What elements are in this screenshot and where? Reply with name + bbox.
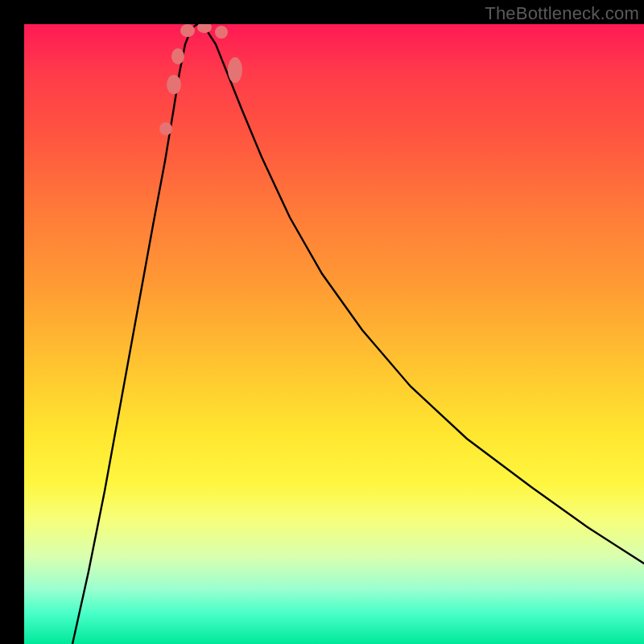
chart-frame: TheBottleneck.com bbox=[0, 0, 644, 644]
left-low-dot bbox=[171, 48, 184, 64]
left-mid-dot bbox=[167, 75, 181, 94]
bottleneck-curve bbox=[72, 24, 644, 644]
bottom-mid-dot bbox=[197, 24, 212, 33]
left-upper-dot bbox=[159, 122, 172, 135]
curve-layer bbox=[24, 24, 644, 644]
bottom-right-dot bbox=[215, 26, 228, 39]
bottom-left-dot bbox=[180, 24, 195, 37]
right-pill bbox=[228, 57, 242, 83]
watermark-text: TheBottleneck.com bbox=[485, 3, 639, 24]
plot-area bbox=[24, 24, 644, 644]
